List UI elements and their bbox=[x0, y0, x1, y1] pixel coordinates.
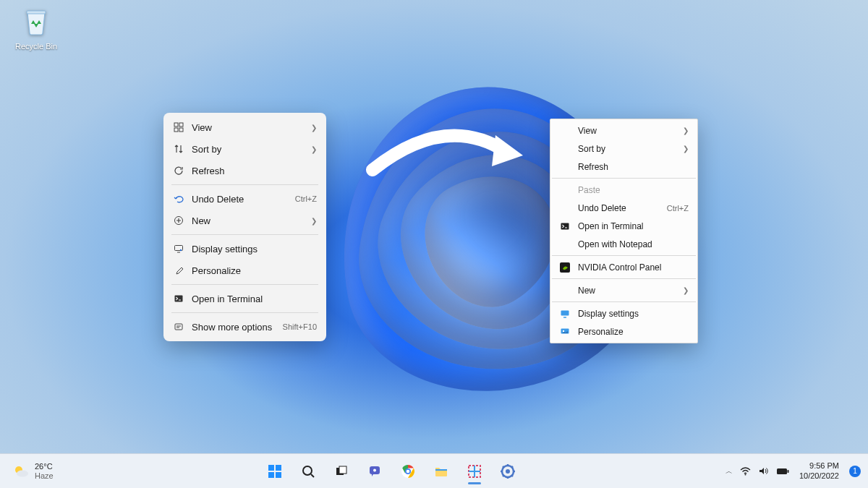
menu-view[interactable]: View ❯ bbox=[550, 121, 697, 140]
chevron-right-icon: ❯ bbox=[683, 286, 689, 294]
explorer-button[interactable] bbox=[427, 457, 456, 486]
svg-point-25 bbox=[373, 468, 376, 471]
svg-point-7 bbox=[180, 249, 182, 251]
menu-display[interactable]: Display settings bbox=[167, 238, 323, 260]
svg-rect-19 bbox=[268, 472, 274, 478]
menu-sortby[interactable]: Sort by ❯ bbox=[167, 138, 323, 160]
svg-rect-20 bbox=[276, 472, 281, 478]
svg-rect-42 bbox=[777, 468, 787, 474]
annotation-arrow bbox=[365, 127, 532, 192]
taskview-icon bbox=[334, 464, 349, 479]
menu-notepad[interactable]: Open with Notepad bbox=[550, 235, 697, 253]
menu-paste-label: Paste bbox=[578, 185, 689, 195]
terminal-icon bbox=[173, 294, 184, 304]
separator bbox=[171, 284, 318, 285]
settings-button[interactable] bbox=[493, 457, 522, 486]
weather-widget[interactable]: 26°C Haze bbox=[7, 459, 58, 484]
separator bbox=[552, 178, 696, 179]
grid-icon bbox=[173, 122, 184, 132]
chevron-right-icon: ❯ bbox=[683, 145, 689, 153]
recycle-bin[interactable]: Recycle Bin bbox=[11, 6, 61, 51]
notification-badge[interactable]: 1 bbox=[849, 466, 861, 477]
menu-display[interactable]: Display settings bbox=[550, 304, 697, 322]
svg-rect-17 bbox=[268, 465, 274, 471]
svg-rect-29 bbox=[435, 469, 447, 471]
wifi-icon[interactable] bbox=[740, 466, 751, 476]
recycle-bin-icon bbox=[20, 6, 52, 38]
menu-nvidia[interactable]: NVIDIA Control Panel bbox=[550, 258, 697, 276]
svg-point-28 bbox=[407, 469, 410, 473]
snipping-button[interactable] bbox=[460, 457, 489, 486]
menu-new[interactable]: New ❯ bbox=[167, 210, 323, 231]
display-icon bbox=[173, 244, 184, 254]
menu-refresh[interactable]: Refresh bbox=[167, 160, 323, 181]
menu-refresh[interactable]: Refresh bbox=[550, 158, 697, 176]
menu-new[interactable]: New ❯ bbox=[550, 281, 697, 299]
menu-sortby-label: Sort by bbox=[192, 144, 304, 155]
battery-icon[interactable] bbox=[776, 467, 789, 476]
svg-point-21 bbox=[303, 466, 312, 475]
menu-more-label: Show more options bbox=[192, 322, 276, 333]
clock-time: 9:56 PM bbox=[809, 461, 839, 471]
menu-view-label: View bbox=[192, 122, 304, 133]
clock[interactable]: 9:56 PM 10/20/2022 bbox=[799, 461, 839, 480]
chevron-right-icon: ❯ bbox=[683, 127, 689, 134]
menu-undo[interactable]: Undo Delete Ctrl+Z bbox=[550, 199, 697, 217]
weather-temp: 26°C bbox=[35, 462, 54, 471]
chevron-up-icon[interactable]: ︿ bbox=[726, 466, 733, 476]
separator bbox=[171, 184, 318, 185]
svg-rect-12 bbox=[561, 310, 569, 315]
menu-sortby-label: Sort by bbox=[578, 144, 676, 154]
recycle-bin-label: Recycle Bin bbox=[11, 42, 61, 51]
chrome-button[interactable] bbox=[393, 457, 422, 486]
personalize-icon bbox=[559, 327, 571, 337]
menu-terminal[interactable]: Open in Terminal bbox=[550, 217, 697, 235]
menu-notepad-label: Open with Notepad bbox=[578, 239, 689, 249]
chevron-right-icon: ❯ bbox=[311, 217, 317, 225]
menu-nvidia-label: NVIDIA Control Panel bbox=[578, 262, 689, 273]
menu-refresh-label: Refresh bbox=[578, 162, 689, 172]
menu-personalize[interactable]: Personalize bbox=[550, 322, 697, 341]
svg-line-38 bbox=[511, 475, 513, 476]
menu-undo-shortcut: Ctrl+Z bbox=[295, 194, 317, 203]
svg-point-41 bbox=[744, 474, 746, 476]
menu-more-options[interactable]: Show more options Shift+F10 bbox=[167, 316, 323, 338]
separator bbox=[552, 278, 696, 279]
menu-display-label: Display settings bbox=[192, 244, 317, 254]
system-tray[interactable]: ︿ bbox=[726, 466, 789, 476]
clock-date: 10/20/2022 bbox=[799, 471, 839, 481]
context-menu-classic: View ❯ Sort by ❯ Refresh Paste Undo Dele… bbox=[550, 119, 698, 343]
brush-icon bbox=[173, 265, 184, 275]
nvidia-icon bbox=[559, 262, 571, 273]
volume-icon[interactable] bbox=[758, 466, 769, 476]
weather-cond: Haze bbox=[35, 471, 54, 480]
search-button[interactable] bbox=[294, 457, 323, 486]
more-options-icon bbox=[173, 322, 184, 332]
svg-rect-18 bbox=[276, 465, 281, 471]
menu-undo[interactable]: Undo Delete Ctrl+Z bbox=[167, 188, 323, 210]
menu-terminal-label: Open in Terminal bbox=[192, 294, 317, 304]
svg-line-37 bbox=[503, 466, 504, 468]
menu-view[interactable]: View ❯ bbox=[167, 116, 323, 138]
svg-rect-10 bbox=[561, 223, 569, 229]
weather-icon bbox=[12, 462, 30, 481]
gear-icon bbox=[500, 463, 516, 479]
menu-undo-label: Undo Delete bbox=[578, 203, 660, 213]
chat-button[interactable] bbox=[360, 457, 389, 486]
chevron-right-icon: ❯ bbox=[311, 145, 317, 153]
menu-undo-label: Undo Delete bbox=[192, 194, 288, 205]
separator bbox=[171, 234, 318, 235]
menu-terminal[interactable]: Open in Terminal bbox=[167, 288, 323, 309]
taskview-button[interactable] bbox=[327, 457, 356, 486]
desktop[interactable]: Recycle Bin View ❯ Sort by ❯ Refresh bbox=[0, 0, 868, 488]
sort-icon bbox=[173, 144, 184, 154]
menu-new-label: New bbox=[192, 215, 304, 226]
start-button[interactable] bbox=[260, 457, 289, 486]
taskbar: 26°C Haze bbox=[0, 453, 868, 488]
refresh-icon bbox=[173, 166, 184, 176]
menu-personalize[interactable]: Personalize bbox=[167, 260, 323, 281]
svg-line-40 bbox=[511, 466, 513, 468]
taskbar-right: ︿ 9:56 PM 10/20/2022 1 bbox=[726, 461, 861, 480]
svg-rect-0 bbox=[27, 11, 46, 14]
menu-sortby[interactable]: Sort by ❯ bbox=[550, 140, 697, 158]
